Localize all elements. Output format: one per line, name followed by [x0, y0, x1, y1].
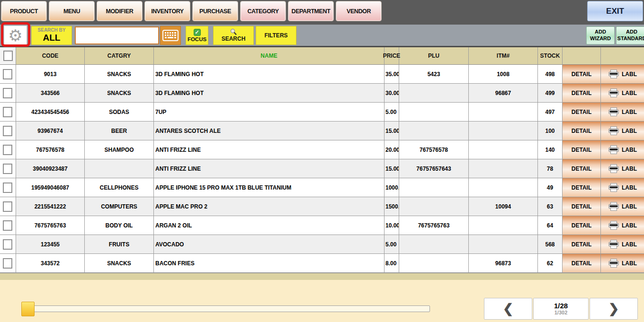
- row-checkbox-cell: [0, 159, 16, 178]
- table-header: CODE CATGRY NAME PRICE PLU ITM# STOCK: [0, 46, 644, 65]
- cell-code: 195949046087: [16, 178, 85, 197]
- tab-purchase[interactable]: PURCHASE: [192, 1, 238, 21]
- cell-name: 3D FLAMING HOT: [154, 84, 385, 103]
- labl-button[interactable]: LABL: [601, 197, 644, 216]
- tab-modifier[interactable]: MODIFIER: [97, 1, 143, 21]
- table-row: 343566 SNACKS 3D FLAMING HOT 30.00 96867…: [0, 84, 644, 103]
- cell-itm: 10094: [469, 197, 538, 216]
- tab-menu[interactable]: MENU: [49, 1, 95, 21]
- focus-label: FOCUS: [188, 36, 206, 42]
- cell-stock: 499: [538, 84, 563, 103]
- labl-button[interactable]: LABL: [601, 235, 644, 254]
- table-row: 7675765763 BODY OIL ARGAN 2 OIL 10.00 76…: [0, 216, 644, 235]
- filters-button[interactable]: FILTERS: [256, 26, 296, 45]
- row-checkbox[interactable]: [3, 88, 12, 98]
- row-checkbox[interactable]: [3, 258, 12, 269]
- row-checkbox[interactable]: [3, 69, 12, 79]
- detail-button[interactable]: DETAIL: [563, 197, 601, 216]
- keyboard-button[interactable]: [160, 26, 181, 45]
- labl-button[interactable]: LABL: [601, 65, 644, 84]
- prev-page-button[interactable]: ❮: [484, 298, 532, 320]
- tab-category[interactable]: CATEGORY: [240, 1, 286, 21]
- exit-button[interactable]: EXIT: [587, 1, 643, 21]
- horizontal-scrollbar-track[interactable]: [23, 305, 430, 312]
- labl-button[interactable]: LABL: [601, 178, 644, 197]
- cell-plu: [399, 103, 469, 122]
- detail-button[interactable]: DETAIL: [563, 159, 601, 178]
- select-all-checkbox[interactable]: [3, 51, 13, 61]
- table-row: 123455 FRUITS AVOCADO 5.00 568 DETAIL LA…: [0, 235, 644, 254]
- header-price[interactable]: PRICE: [385, 47, 399, 65]
- detail-button[interactable]: DETAIL: [563, 84, 601, 103]
- cell-stock: 568: [538, 235, 563, 254]
- cell-catgry: BODY OIL: [85, 216, 154, 235]
- cell-name: AVOCADO: [154, 235, 385, 254]
- detail-button[interactable]: DETAIL: [563, 254, 601, 273]
- cell-code: 93967674: [16, 122, 85, 140]
- search-by-button[interactable]: SEARCH BY ALL: [31, 26, 72, 45]
- printer-icon: [608, 220, 619, 231]
- table-row: 39040923487 ANTI FRIZZ LINE 15.00 767576…: [0, 159, 644, 178]
- header-code[interactable]: CODE: [16, 47, 85, 65]
- labl-button[interactable]: LABL: [601, 84, 644, 103]
- labl-label: LABL: [622, 90, 637, 96]
- detail-button[interactable]: DETAIL: [563, 103, 601, 122]
- search-by-value: ALL: [43, 33, 61, 43]
- header-name[interactable]: NAME: [154, 47, 385, 65]
- detail-button[interactable]: DETAIL: [563, 235, 601, 254]
- cell-stock: 497: [538, 103, 563, 122]
- labl-button[interactable]: LABL: [601, 140, 644, 159]
- detail-button[interactable]: DETAIL: [563, 122, 601, 140]
- row-checkbox[interactable]: [3, 239, 12, 250]
- row-checkbox[interactable]: [3, 145, 12, 155]
- row-checkbox[interactable]: [3, 183, 12, 193]
- cell-price: 10.00: [385, 216, 399, 235]
- cell-code: 423434545456: [16, 103, 85, 122]
- labl-button[interactable]: LABL: [601, 216, 644, 235]
- labl-button[interactable]: LABL: [601, 103, 644, 122]
- gear-icon: ⚙: [8, 27, 22, 44]
- table-row: 343572 SNACKS BACON FRIES 8.00 96873 62 …: [0, 254, 644, 273]
- row-checkbox[interactable]: [3, 126, 12, 136]
- tab-product[interactable]: PRODUCT: [1, 1, 47, 21]
- next-page-button[interactable]: ❯: [590, 298, 638, 320]
- header-itm[interactable]: ITM#: [469, 47, 538, 65]
- detail-button[interactable]: DETAIL: [563, 216, 601, 235]
- settings-button[interactable]: ⚙: [4, 26, 27, 45]
- cell-code: 39040923487: [16, 159, 85, 178]
- printer-icon: [608, 183, 619, 193]
- cell-plu: 7675765763: [399, 216, 469, 235]
- labl-label: LABL: [622, 165, 637, 172]
- cell-price: 35.00: [385, 65, 399, 84]
- tab-department[interactable]: DEPARTMENT: [288, 1, 334, 21]
- labl-button[interactable]: LABL: [601, 254, 644, 273]
- table-row: 2215541222 COMPUTERS APPLE MAC PRO 2 150…: [0, 197, 644, 216]
- tab-inventory[interactable]: INVENTORY: [144, 1, 190, 21]
- cell-plu: [399, 254, 469, 273]
- labl-button[interactable]: LABL: [601, 122, 644, 140]
- cell-plu: 5423: [399, 65, 469, 84]
- cell-catgry: [85, 159, 154, 178]
- search-input[interactable]: [75, 26, 159, 44]
- table-row: 195949046087 CELLPHONES APPLE IPHONE 15 …: [0, 178, 644, 197]
- header-catgry[interactable]: CATGRY: [85, 47, 154, 65]
- search-button[interactable]: SEARCH: [213, 26, 254, 45]
- row-checkbox[interactable]: [3, 220, 12, 231]
- row-checkbox[interactable]: [3, 107, 12, 117]
- detail-button[interactable]: DETAIL: [563, 65, 601, 84]
- printer-icon: [608, 69, 619, 79]
- horizontal-scrollbar-thumb[interactable]: [21, 302, 35, 316]
- row-checkbox[interactable]: [3, 201, 12, 212]
- cell-code: 7675765763: [16, 216, 85, 235]
- detail-button[interactable]: DETAIL: [563, 178, 601, 197]
- header-plu[interactable]: PLU: [399, 47, 469, 65]
- detail-button[interactable]: DETAIL: [563, 140, 601, 159]
- labl-button[interactable]: LABL: [601, 159, 644, 178]
- tab-vendor[interactable]: VENDOR: [336, 1, 382, 21]
- add-wizard-button[interactable]: ADD WIZARD: [586, 26, 615, 44]
- add-standard-button[interactable]: ADD STANDARD: [616, 26, 644, 44]
- header-stock[interactable]: STOCK: [538, 47, 563, 65]
- cell-stock: 140: [538, 140, 563, 159]
- row-checkbox[interactable]: [3, 164, 12, 174]
- focus-button[interactable]: ✓ FOCUS: [186, 26, 208, 45]
